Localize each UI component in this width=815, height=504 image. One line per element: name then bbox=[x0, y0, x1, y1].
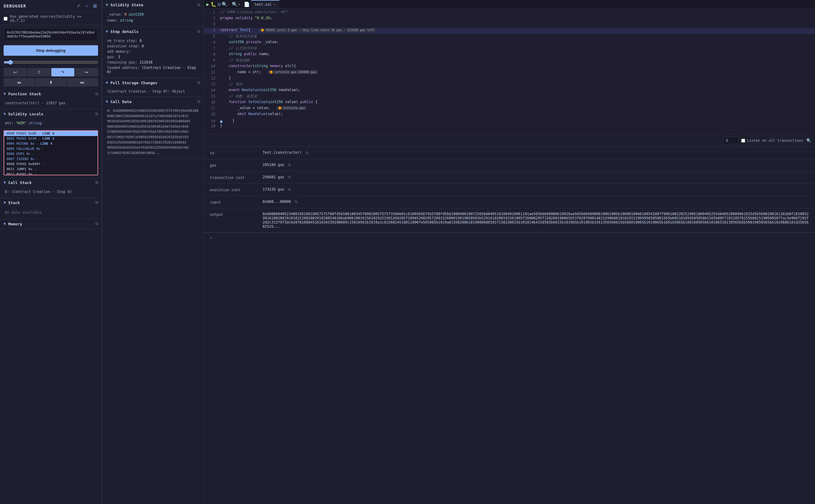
step-details-copy-icon[interactable]: ⧉ bbox=[197, 29, 200, 34]
generated-sources-label: Use generated sources(Solidity >= v0.7.2… bbox=[10, 14, 98, 23]
memory-header[interactable]: ▼ Memory ⧉ bbox=[0, 219, 102, 229]
jump-out-button[interactable]: ⬆ bbox=[35, 78, 67, 87]
editor-tab-testsol[interactable]: test.sol ✕ bbox=[251, 0, 279, 8]
step-forward-button[interactable]: ↪ bbox=[75, 68, 98, 76]
bytecode-line-7[interactable]: 0011 JUMPI 0x - bbox=[4, 167, 97, 172]
solidity-state-title: Solidity State bbox=[110, 3, 195, 7]
bytecode-line-0[interactable]: 0000 PUSH1 0x80 - LINE 4 bbox=[4, 131, 97, 136]
bytecode-line-3[interactable]: 0005 CALLVALUE 0x - bbox=[4, 146, 97, 151]
next-icon[interactable]: › bbox=[85, 3, 89, 9]
code-line-5: 5 // 私有状态变量 bbox=[204, 34, 815, 40]
solidity-state-header[interactable]: ▼ Solidity State ⧉ bbox=[102, 0, 204, 10]
code-line-15: 15 // 函数、设置值 bbox=[204, 94, 815, 100]
debug-progress-slider[interactable] bbox=[4, 60, 98, 65]
stop-debugging-button[interactable]: Stop debugging bbox=[4, 45, 98, 56]
gas-copy-icon[interactable]: ⧉ bbox=[288, 163, 291, 167]
call-stack-title: Call Stack bbox=[8, 180, 93, 185]
function-stack-chevron: ▼ bbox=[4, 92, 6, 96]
tx-cost-copy-icon[interactable]: ⧉ bbox=[288, 175, 291, 179]
state-item-name: name: string bbox=[107, 17, 199, 23]
check-icon[interactable]: ✓ bbox=[76, 2, 82, 9]
full-storage-title: Full Storage Changes bbox=[110, 81, 195, 85]
locals-item-str: str: "WZM" string bbox=[5, 120, 97, 126]
editor-area: 1 // SPDX-License-Identifier: MIT 2 prag… bbox=[204, 9, 815, 135]
call-data-section: ▼ Call Data ⧉ 0: 0x608060405234801561001… bbox=[102, 97, 204, 159]
call-stack-header[interactable]: ▼ Call Stack ⧉ bbox=[0, 178, 102, 187]
full-storage-section: ▼ Full Storage Changes ⧉ (Contract Creat… bbox=[102, 78, 204, 97]
call-stack-copy-icon[interactable]: ⧉ bbox=[95, 180, 98, 185]
stack-section: ▼ Stack ⧉ No data available bbox=[0, 198, 102, 219]
step-over-back-button[interactable]: ⇧ bbox=[27, 68, 50, 76]
tx-hash-display: 0x557627882dbebde23d29c64434b4f65ba1e197… bbox=[4, 28, 98, 41]
bytecode-line-6[interactable]: 0008 PUSH2 0x000f - bbox=[4, 162, 97, 167]
step-add-memory: add memory: bbox=[107, 49, 199, 54]
step-details-header[interactable]: ▼ Step details ⧉ bbox=[102, 27, 204, 36]
tx-input-label: input bbox=[210, 200, 258, 204]
tx-gas-row: gas 295184 gas ⧉ bbox=[204, 159, 815, 171]
stack-copy-icon[interactable]: ⧉ bbox=[95, 200, 98, 205]
tx-number-input[interactable] bbox=[723, 137, 738, 144]
debug-icon[interactable]: 🐛 bbox=[210, 1, 216, 7]
stack-header[interactable]: ▼ Stack ⧉ bbox=[0, 198, 102, 207]
solidity-locals-title: Solidity Locals bbox=[8, 112, 93, 116]
code-line-6: 6 uint256 private _value; bbox=[204, 40, 815, 46]
code-line-7: 7 // 公开的字符串 bbox=[204, 46, 815, 52]
code-line-20: 20 } bbox=[204, 124, 815, 130]
bytecode-line-5[interactable]: 0007 ISZERO 0x - bbox=[4, 156, 97, 162]
jump-end-button[interactable]: ⏭ bbox=[67, 78, 98, 87]
exec-cost-copy-icon[interactable]: ⧉ bbox=[288, 187, 291, 191]
toggle-icon[interactable]: ⊡ bbox=[218, 1, 221, 7]
prompt-input[interactable] bbox=[215, 236, 809, 240]
call-data-title: Call Data bbox=[110, 99, 195, 104]
call-data-copy-icon[interactable]: ⧉ bbox=[197, 99, 200, 104]
debug-slider-row bbox=[0, 58, 102, 67]
jump-start-button[interactable]: ⏮ bbox=[4, 78, 35, 87]
function-stack-header[interactable]: ▼ Function Stack ⧉ bbox=[0, 89, 102, 99]
call-stack-chevron: ▼ bbox=[4, 180, 6, 185]
input-copy-icon[interactable]: ⧉ bbox=[295, 200, 297, 204]
search-button[interactable]: 🔍 bbox=[806, 138, 811, 143]
memory-title: Memory bbox=[8, 222, 93, 226]
bytecode-line-8[interactable]: 0012 PUSH1 0x - bbox=[4, 172, 97, 175]
run-icon[interactable]: ▶ bbox=[206, 1, 209, 7]
bytecode-line-4[interactable]: 0006 DUP1 0x - bbox=[4, 151, 97, 156]
tx-output-value: 0x6080604052348015610010057575f80fd5b506… bbox=[263, 212, 809, 229]
bytecode-line-1[interactable]: 0002 PUSH1 0x40 - LINE 4 bbox=[4, 136, 97, 141]
tx-to-row: to Test.(constructor) ⧉ bbox=[204, 147, 815, 159]
stack-no-data: No data available bbox=[5, 209, 97, 216]
step-exec-step: execution step: 0 bbox=[107, 43, 199, 49]
full-storage-header[interactable]: ▼ Full Storage Changes ⧉ bbox=[102, 78, 204, 87]
zoom-in-icon[interactable]: 🔍+ bbox=[232, 1, 241, 7]
function-stack-copy-icon[interactable]: ⧉ bbox=[95, 91, 98, 96]
tab-close-icon[interactable]: ✕ bbox=[273, 2, 275, 7]
step-into-button[interactable]: ↷ bbox=[51, 68, 74, 76]
zoom-out-icon[interactable]: 🔍- bbox=[222, 1, 230, 7]
solidity-state-copy-icon[interactable]: ⧉ bbox=[197, 2, 200, 7]
bytecode-box[interactable]: 0000 PUSH1 0x80 - LINE 4 0002 PUSH1 0x40… bbox=[4, 130, 98, 175]
step-gas: gas: 3 bbox=[107, 54, 199, 60]
step-details-section: ▼ Step details ⧉ vm trace step: 0 execut… bbox=[102, 27, 204, 78]
nav-buttons-row1: ↩ ⇧ ↷ ↪ bbox=[0, 67, 102, 78]
tx-to-value: Test.(constructor) ⧉ bbox=[263, 150, 809, 155]
middle-panel: ▼ Solidity State ⧉ _value: 0 uint256 nam… bbox=[102, 0, 204, 504]
call-data-header[interactable]: ▼ Call Data ⧉ bbox=[102, 97, 204, 106]
left-panel: DEBUGGER ✓ › ⊞ Use generated sources(Sol… bbox=[0, 0, 102, 504]
solidity-locals-copy-icon[interactable]: ⧉ bbox=[95, 111, 98, 116]
nav-buttons-row2: ⏮ ⬆ ⏭ bbox=[0, 78, 102, 89]
listen-all-label: Listen on all transactions bbox=[747, 138, 803, 143]
full-storage-copy-icon[interactable]: ⧉ bbox=[197, 80, 200, 85]
to-copy-icon[interactable]: ⧉ bbox=[305, 150, 308, 155]
editor-tabs: ▶ 🐛 ⊡ 🔍- 🔍+ 📄 test.sol ✕ bbox=[204, 0, 815, 9]
maximize-icon[interactable]: ⊞ bbox=[92, 2, 98, 9]
bytecode-line-2[interactable]: 0004 MSTORE 0x - LINE 4 bbox=[4, 141, 97, 146]
solidity-locals-header[interactable]: ▼ Solidity Locals ⧉ bbox=[0, 109, 102, 119]
tx-input-display-row: input 0x608...00000 ⧉ bbox=[204, 196, 815, 208]
generated-sources-checkbox[interactable] bbox=[4, 17, 7, 21]
tx-input-value: 0x608...00000 ⧉ bbox=[263, 200, 809, 204]
memory-copy-icon[interactable]: ⧉ bbox=[95, 221, 98, 226]
step-loaded-addr: loaded address: (Contract Creation - Ste… bbox=[107, 65, 199, 75]
listen-all-checkbox[interactable] bbox=[741, 139, 745, 143]
code-line-8: 8 string public name; bbox=[204, 52, 815, 58]
state-item-value: _value: 0 uint256 bbox=[107, 11, 199, 17]
step-back-button[interactable]: ↩ bbox=[4, 68, 27, 76]
